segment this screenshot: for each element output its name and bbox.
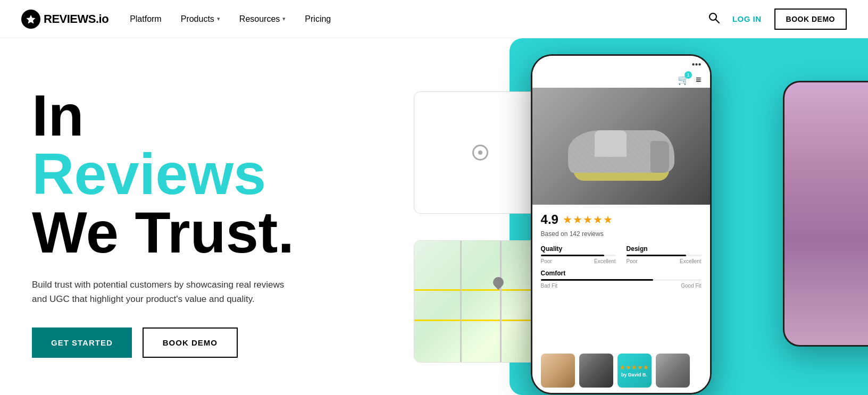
thumb-review-name: by David B. [621, 372, 647, 377]
hero-right: ●●● 🛒 1 ≡ [478, 38, 868, 395]
phone-product-details: 4.9 ★★★★★ Based on 142 reviews Quality [532, 205, 710, 348]
search-button[interactable] [708, 12, 720, 26]
book-demo-nav-button[interactable]: BOOK DEMO [774, 9, 847, 30]
comfort-bar [541, 279, 702, 281]
attributes-row: Quality Poor Excellent Design [541, 245, 702, 264]
hero-line2: Reviews [32, 141, 266, 206]
login-button[interactable]: LOG IN [732, 14, 762, 23]
nav-link-products[interactable]: Products ▾ [181, 14, 220, 24]
hero-line3: We Trust. [32, 199, 294, 265]
hero-buttons: GET STARTED BOOK DEMO [32, 327, 446, 358]
phone-mockup-secondary [783, 81, 868, 347]
phone-mockup-primary: ●●● 🛒 1 ≡ [531, 54, 712, 394]
hero-headline: In Reviews We Trust. [32, 86, 446, 262]
quality-attribute: Quality Poor Excellent [541, 245, 616, 264]
quality-max: Excellent [594, 258, 616, 264]
thumb-shoe2 [579, 354, 613, 388]
phone-status-bar: ●●● [532, 56, 710, 72]
bg-card-2 [414, 240, 547, 363]
comfort-max: Good Fit [681, 283, 701, 289]
map-pin [491, 275, 506, 290]
hero-left: In Reviews We Trust. Build trust with po… [0, 38, 478, 395]
design-max: Excellent [680, 258, 702, 264]
quality-min: Poor [541, 258, 552, 264]
navbar: REVIEWS.io Platform Products ▾ Resources… [0, 0, 868, 38]
nav-item-platform[interactable]: Platform [130, 14, 162, 24]
menu-icon: ≡ [696, 74, 702, 86]
thumb-shoe3 [656, 354, 690, 388]
get-started-button[interactable]: GET STARTED [32, 327, 132, 358]
book-demo-button[interactable]: BOOK DEMO [143, 327, 238, 358]
thumb-review: ★★★★★ by David B. [617, 354, 652, 388]
cart-badge: 1 [685, 71, 692, 79]
nav-item-products[interactable]: Products ▾ [181, 14, 220, 24]
design-label: Design [627, 245, 702, 253]
quality-bar-labels: Poor Excellent [541, 258, 616, 264]
nav-right: LOG IN BOOK DEMO [708, 9, 847, 30]
phone-inner: ●●● 🛒 1 ≡ [532, 56, 710, 393]
design-bar-labels: Poor Excellent [627, 258, 702, 264]
logo[interactable]: REVIEWS.io [21, 10, 108, 29]
design-min: Poor [627, 258, 638, 264]
shoe-visual [532, 88, 710, 205]
comfort-label: Comfort [541, 270, 702, 277]
design-bar [627, 255, 702, 256]
hero-section: In Reviews We Trust. Build trust with po… [0, 38, 868, 395]
logo-text: REVIEWS.io [44, 12, 108, 26]
location-icon [472, 145, 488, 161]
comfort-bar-fill [541, 279, 653, 281]
chevron-down-icon: ▾ [217, 15, 220, 22]
map-road [500, 241, 502, 362]
chevron-down-icon: ▾ [282, 15, 286, 22]
comfort-bar-labels: Bad Fit Good Fit [541, 283, 702, 289]
nav-link-pricing[interactable]: Pricing [305, 14, 331, 24]
cart-icon: 🛒 1 [678, 74, 689, 86]
comfort-attribute: Comfort Bad Fit Good Fit [541, 270, 702, 289]
phone2-inner [784, 82, 868, 345]
nav-links: Platform Products ▾ Resources ▾ Pricing [130, 14, 708, 24]
quality-label: Quality [541, 245, 616, 253]
comfort-min: Bad Fit [541, 283, 558, 289]
rating-number: 4.9 [541, 212, 558, 227]
bg-card-1 [414, 91, 547, 214]
hero-subtext: Build trust with potential customers by … [32, 278, 298, 306]
thumb-review-stars: ★★★★★ [620, 364, 649, 371]
phone-thumbnails: ★★★★★ by David B. [532, 348, 710, 393]
hero-line1: In [32, 82, 84, 148]
svg-line-2 [715, 20, 719, 23]
nav-item-resources[interactable]: Resources ▾ [239, 14, 286, 24]
map-road [460, 241, 462, 362]
design-attribute: Design Poor Excellent [627, 245, 702, 264]
svg-marker-0 [27, 15, 36, 24]
nav-item-pricing[interactable]: Pricing [305, 14, 331, 24]
design-bar-fill [627, 255, 687, 256]
map-road [414, 289, 546, 291]
based-on-text: Based on 142 reviews [541, 230, 702, 238]
logo-icon [21, 10, 40, 29]
phone-product-image [532, 88, 710, 205]
phone-header: 🛒 1 ≡ [532, 72, 710, 88]
rating-stars: ★★★★★ [563, 213, 613, 226]
rating-row: 4.9 ★★★★★ [541, 212, 702, 227]
map-visual [414, 241, 546, 362]
map-road [414, 320, 546, 321]
quality-bar [541, 255, 616, 256]
quality-bar-fill [541, 255, 605, 256]
nav-link-resources[interactable]: Resources ▾ [239, 14, 286, 24]
nav-link-platform[interactable]: Platform [130, 14, 162, 24]
thumb-flowers [541, 354, 575, 388]
